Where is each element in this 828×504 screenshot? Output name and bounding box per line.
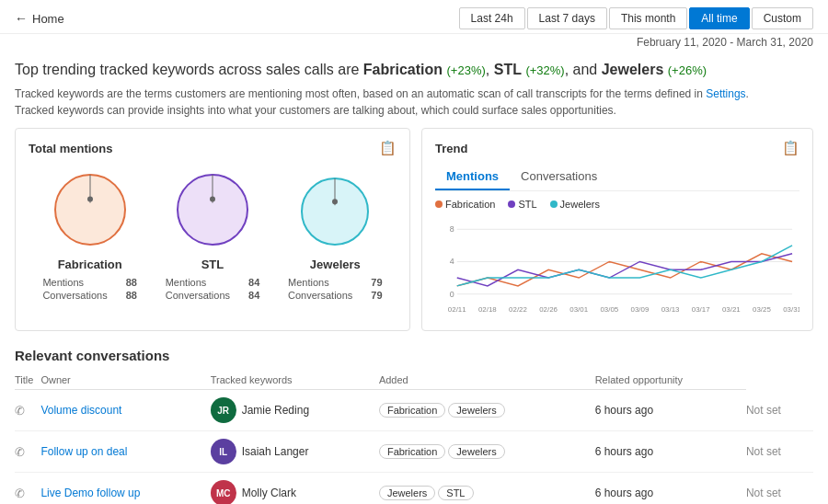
svg-point-5	[210, 197, 215, 202]
circle-svg	[46, 166, 134, 254]
svg-point-2	[87, 197, 93, 202]
circle-name: Fabrication	[58, 258, 122, 271]
circle-stats: Mentions88 Conversations88	[40, 275, 139, 303]
circle-stats: Mentions84 Conversations84	[164, 275, 262, 303]
keyword-3: Jewelers	[602, 62, 664, 77]
time-filter-btn[interactable]: All time	[689, 7, 749, 29]
owner-cell: IL Isaiah Langer	[211, 439, 372, 464]
date-range: February 11, 2020 - March 31, 2020	[0, 34, 828, 54]
table-row: ✆Volume discount JR Jamie Reding Fabrica…	[15, 390, 813, 431]
svg-text:03/09: 03/09	[631, 306, 650, 315]
phone-icon: ✆	[15, 487, 25, 500]
panels-row: Total mentions 📋 Fabrication Mentions88 …	[0, 128, 828, 340]
back-label: Home	[32, 12, 64, 26]
svg-text:03/01: 03/01	[569, 306, 588, 315]
circle-name: STL	[201, 258, 224, 271]
table-column-header: Tracked keywords	[211, 371, 379, 390]
keyword-1: Fabrication	[363, 62, 443, 77]
copy-icon-trend[interactable]: 📋	[782, 140, 799, 156]
owner-name: Molly Clark	[242, 487, 296, 499]
tracked-keywords-cell: FabricationJewelers	[379, 431, 595, 473]
comma-2: , and	[565, 62, 602, 77]
trend-tabs: MentionsConversations	[435, 166, 799, 191]
circles-row: Fabrication Mentions88 Conversations88 S…	[29, 166, 397, 303]
table-row: ✆Live Demo follow up MC Molly Clark Jewe…	[15, 473, 813, 504]
added-time: 6 hours ago	[595, 473, 746, 504]
copy-icon-mentions[interactable]: 📋	[379, 140, 397, 156]
svg-text:02/11: 02/11	[448, 306, 466, 315]
trend-chart: 04802/1102/1802/2202/2603/0103/0503/0903…	[435, 215, 799, 316]
avatar: JR	[211, 397, 236, 423]
owner-cell: JR Jamie Reding	[211, 397, 372, 423]
table-column-header: Added	[379, 371, 595, 390]
circle-svg	[168, 166, 257, 254]
svg-text:02/22: 02/22	[509, 306, 527, 315]
svg-text:8: 8	[450, 225, 454, 235]
summary-desc: Tracked keywords are the terms customers…	[15, 86, 813, 119]
chart-legend: FabricationSTLJewelers	[435, 199, 799, 210]
legend-dot	[435, 200, 443, 208]
time-filter-btn[interactable]: Custom	[752, 7, 813, 29]
settings-link[interactable]: Settings	[706, 87, 745, 100]
summary-section: Top trending tracked keywords across sal…	[0, 54, 828, 128]
keyword-tag: Jewelers	[379, 486, 435, 500]
table-column-header: Title	[15, 371, 40, 390]
circle-item: Jewelers Mentions79 Conversations79	[286, 169, 385, 303]
keyword-tag: Fabrication	[379, 403, 445, 418]
svg-text:02/18: 02/18	[478, 306, 497, 315]
total-mentions-panel: Total mentions 📋 Fabrication Mentions88 …	[15, 128, 410, 331]
conversation-title[interactable]: Follow up on deal	[40, 431, 210, 473]
time-filter-btn[interactable]: Last 24h	[459, 7, 525, 29]
table-column-header: Owner	[40, 371, 210, 390]
legend-dot	[550, 200, 558, 208]
trend-tab[interactable]: Conversations	[510, 166, 608, 190]
trend-tab[interactable]: Mentions	[435, 166, 510, 190]
phone-icon: ✆	[15, 404, 25, 418]
svg-text:03/05: 03/05	[600, 306, 618, 315]
svg-text:02/26: 02/26	[539, 306, 558, 315]
summary-title: Top trending tracked keywords across sal…	[15, 60, 813, 80]
legend-item: Jewelers	[550, 199, 600, 210]
legend-item: Fabrication	[435, 199, 495, 210]
summary-prefix: Top trending tracked keywords across sal…	[15, 62, 363, 77]
related-opportunity: Not set	[746, 431, 813, 473]
table-column-header: Related opportunity	[595, 371, 746, 390]
conversations-table: TitleOwnerTracked keywordsAddedRelated o…	[15, 371, 813, 504]
total-mentions-title: Total mentions	[29, 142, 112, 155]
svg-text:03/21: 03/21	[722, 306, 741, 315]
keyword-tag: STL	[438, 486, 473, 500]
related-opportunity: Not set	[746, 390, 813, 431]
keyword-2-change: (+32%)	[525, 63, 564, 77]
time-filter-btn[interactable]: Last 7 days	[527, 7, 607, 29]
legend-item: STL	[508, 199, 536, 210]
avatar: IL	[211, 439, 236, 464]
keyword-3-change: (+26%)	[668, 63, 707, 77]
svg-text:03/31: 03/31	[783, 306, 799, 315]
time-filters: Last 24hLast 7 daysThis monthAll timeCus…	[459, 7, 813, 29]
added-time: 6 hours ago	[595, 390, 746, 431]
owner-name: Isaiah Langer	[242, 445, 309, 458]
phone-icon: ✆	[15, 445, 25, 459]
time-filter-btn[interactable]: This month	[609, 7, 687, 29]
trend-title: Trend	[435, 142, 467, 155]
svg-text:03/17: 03/17	[692, 306, 710, 315]
panel-header-trend: Trend 📋	[435, 140, 799, 156]
conversation-title[interactable]: Live Demo follow up	[40, 473, 210, 504]
panel-header-mentions: Total mentions 📋	[29, 140, 397, 156]
keyword-1-change: (+23%)	[447, 63, 486, 77]
trend-panel: Trend 📋 MentionsConversations Fabricatio…	[421, 128, 813, 331]
table-row: ✆Follow up on deal IL Isaiah Langer Fabr…	[15, 431, 813, 473]
keyword-tag: Jewelers	[448, 403, 504, 418]
keyword-tag: Jewelers	[448, 444, 504, 459]
legend-dot	[508, 200, 515, 208]
added-time: 6 hours ago	[595, 431, 746, 473]
avatar: MC	[211, 480, 236, 504]
svg-text:4: 4	[450, 258, 454, 267]
back-link[interactable]: ← Home	[15, 11, 64, 26]
svg-text:0: 0	[450, 290, 454, 299]
related-opportunity: Not set	[746, 473, 813, 504]
svg-point-8	[332, 200, 338, 205]
circle-svg	[293, 169, 377, 254]
circle-item: Fabrication Mentions88 Conversations88	[40, 166, 139, 303]
conversation-title[interactable]: Volume discount	[40, 390, 210, 431]
